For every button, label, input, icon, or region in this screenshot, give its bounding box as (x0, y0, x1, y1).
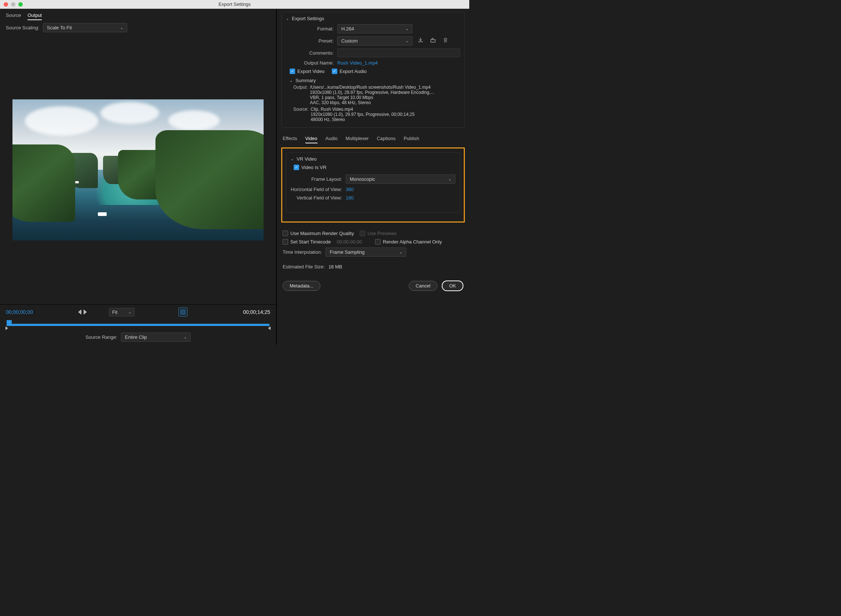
chevron-down-icon: ⌄ (128, 310, 131, 314)
frame-layout-dropdown[interactable]: Monoscopic ⌄ (346, 175, 455, 184)
summary-output-line: VBR, 1 pass, Target 10.00 Mbps (310, 95, 434, 100)
start-timecode-checkbox[interactable]: Set Start Timecode (283, 239, 331, 245)
render-alpha-checkbox[interactable]: Render Alpha Channel Only (375, 239, 442, 245)
source-scaling-value: Scale To Fit (47, 25, 72, 31)
preset-value: Custom (341, 38, 358, 44)
step-back-icon[interactable] (78, 309, 81, 315)
summary-source-line: Clip, Rush Video.mp4 (311, 107, 415, 112)
vfov-value[interactable]: 180 (346, 195, 354, 201)
summary-header[interactable]: ⌄ Summary (290, 78, 460, 83)
summary-output-line: 1920x1080 (1.0), 29.97 fps, Progressive,… (310, 90, 434, 95)
tab-source[interactable]: Source (6, 11, 21, 20)
source-scaling-row: Source Scaling: Scale To Fit ⌄ (0, 20, 276, 35)
metadata-button[interactable]: Metadata... (283, 281, 321, 291)
settings-subtabs: Effects Video Audio Multiplexer Captions… (277, 131, 469, 144)
bottom-options: Use Maximum Render Quality Use Previews … (277, 226, 469, 276)
export-audio-label: Export Audio (340, 69, 366, 74)
checkbox-checked-icon: ✓ (294, 165, 299, 170)
delete-preset-icon[interactable] (441, 37, 450, 45)
download-preset-icon[interactable] (416, 37, 425, 45)
use-previews-checkbox: Use Previews (360, 231, 396, 236)
chevron-down-icon: ⌄ (290, 78, 293, 82)
left-pane: Source Output Source Scaling: Scale To F… (0, 9, 277, 345)
preview-tabs: Source Output (0, 9, 276, 20)
time-interpolation-dropdown[interactable]: Frame Sampling ⌄ (325, 248, 406, 257)
video-is-vr-checkbox[interactable]: ✓ Video Is VR (294, 165, 455, 170)
svg-rect-0 (181, 310, 185, 314)
frame-layout-label: Frame Layout: (291, 176, 342, 182)
vfov-label: Vertical Field of View: (291, 195, 342, 201)
summary-output-line: AAC, 320 kbps, 48 kHz, Stereo (310, 100, 434, 105)
checkbox-icon (360, 231, 365, 236)
save-preset-icon[interactable] (429, 37, 437, 45)
chevron-down-icon: ⌄ (286, 16, 289, 21)
comments-input[interactable] (337, 48, 460, 57)
summary-output-line: /Users/...kuma/Desktop/Rush screenshots/… (310, 85, 434, 90)
preset-label: Preset: (286, 38, 334, 44)
timeline[interactable] (7, 320, 270, 329)
summary-source-line: 1920x1080 (1.0), 29.97 fps, Progressive,… (311, 112, 415, 117)
format-label: Format: (286, 26, 334, 32)
chevron-down-icon: ⌄ (399, 250, 402, 254)
source-range-dropdown[interactable]: Entire Clip ⌄ (121, 333, 190, 342)
duration-timecode: 00;00;14;25 (243, 309, 270, 315)
tab-video[interactable]: Video (305, 134, 318, 143)
tab-output[interactable]: Output (28, 11, 42, 20)
tab-effects[interactable]: Effects (283, 134, 297, 143)
export-settings-title: Export Settings (292, 16, 324, 21)
vr-video-title: VR Video (297, 156, 317, 162)
current-timecode[interactable]: 00;00;00;00 (6, 309, 33, 315)
tab-audio[interactable]: Audio (325, 134, 338, 143)
tab-publish[interactable]: Publish (404, 134, 419, 143)
checkbox-icon (375, 239, 381, 245)
preview-image (12, 99, 264, 241)
summary-title: Summary (296, 78, 316, 83)
hfov-value[interactable]: 360 (346, 187, 354, 192)
chevron-down-icon: ⌄ (184, 335, 187, 339)
crop-icon[interactable] (179, 308, 188, 317)
in-point-handle[interactable] (6, 326, 8, 330)
start-timecode-value: 00;00;00;00 (337, 239, 362, 245)
comments-label: Comments: (286, 50, 334, 56)
chevron-down-icon: ⌄ (120, 26, 123, 30)
start-timecode-label: Set Start Timecode (290, 239, 331, 245)
source-scaling-dropdown[interactable]: Scale To Fit ⌄ (43, 23, 127, 32)
preset-dropdown[interactable]: Custom ⌄ (337, 36, 412, 45)
ok-button[interactable]: OK (442, 280, 463, 291)
summary-source-line: 48000 Hz, Stereo (311, 117, 415, 122)
video-preview (0, 35, 276, 304)
chevron-down-icon: ⌄ (406, 39, 409, 43)
output-name-link[interactable]: Rush Video_1.mp4 (337, 60, 378, 66)
step-forward-icon[interactable] (84, 309, 87, 315)
tab-captions[interactable]: Captions (377, 134, 396, 143)
video-is-vr-label: Video Is VR (301, 165, 326, 170)
right-pane: ⌄ Export Settings Format: H.264 ⌄ Preset… (277, 9, 469, 345)
export-settings-header[interactable]: ⌄ Export Settings (286, 16, 460, 21)
use-previews-label: Use Previews (367, 231, 396, 236)
format-value: H.264 (341, 26, 354, 32)
source-range-label: Source Range: (85, 334, 117, 340)
checkbox-checked-icon: ✓ (332, 69, 337, 74)
export-audio-checkbox[interactable]: ✓ Export Audio (332, 69, 366, 74)
estimated-size-value: 18 MB (328, 264, 343, 270)
summary-source: Source: Clip, Rush Video.mp4 1920x1080 (… (293, 107, 460, 122)
dialog-buttons: Metadata... Cancel OK (277, 276, 469, 297)
source-range-value: Entire Clip (125, 334, 147, 340)
vr-video-header[interactable]: ⌄ VR Video (291, 156, 455, 162)
cancel-button[interactable]: Cancel (409, 281, 437, 291)
summary-output: Output: /Users/...kuma/Desktop/Rush scre… (293, 85, 460, 105)
max-render-quality-checkbox[interactable]: Use Maximum Render Quality (283, 231, 354, 236)
window-title: Export Settings (0, 1, 469, 7)
export-video-checkbox[interactable]: ✓ Export Video (290, 69, 324, 74)
out-point-handle[interactable] (268, 326, 271, 330)
zoom-dropdown[interactable]: Fit ⌄ (109, 308, 135, 317)
tab-multiplexer[interactable]: Multiplexer (346, 134, 369, 143)
checkbox-checked-icon: ✓ (290, 69, 295, 74)
export-video-label: Export Video (297, 69, 324, 74)
estimated-size-label: Estimated File Size: (283, 264, 325, 270)
frame-layout-value: Monoscopic (350, 176, 375, 182)
source-scaling-label: Source Scaling: (6, 25, 39, 31)
format-dropdown[interactable]: H.264 ⌄ (337, 24, 412, 33)
output-name-label: Output Name: (286, 60, 334, 66)
time-interpolation-label: Time Interpolation: (283, 249, 322, 255)
